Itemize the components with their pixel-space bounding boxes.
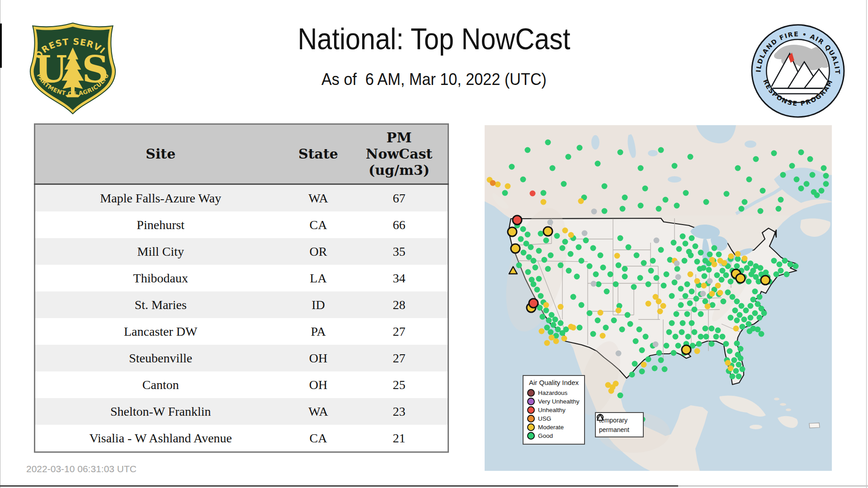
monitor-dot-good	[741, 317, 747, 323]
monitor-dot-good	[727, 348, 733, 354]
aqi-legend-item: Good	[527, 432, 580, 440]
monitor-dot-good	[520, 226, 526, 232]
monitor-dot-good	[574, 274, 580, 280]
monitor-dot-good	[625, 312, 631, 318]
monitor-dot-good	[684, 282, 690, 287]
monitor-dot-other	[707, 278, 713, 284]
monitor-dot-good	[698, 250, 704, 256]
monitor-dot-good	[706, 267, 712, 273]
monitor-dot-good	[561, 181, 567, 187]
monitor-dot-good	[782, 258, 788, 264]
monitor-dot-good	[821, 165, 827, 171]
monitor-dot-good	[543, 238, 549, 244]
window-left-border	[0, 0, 0, 488]
site-cell: Lancaster DW	[35, 318, 286, 345]
nowcast-table: Site State PM NowCast (ug/m3) Maple Fall…	[34, 123, 449, 453]
monitor-dot-good	[673, 334, 679, 340]
aqi-color-swatch-icon	[527, 389, 535, 397]
monitor-dot-good	[583, 238, 589, 244]
pm-cell: 28	[351, 291, 448, 318]
monitor-dot-good	[626, 244, 632, 250]
monitor-dot-moderate	[742, 256, 748, 262]
monitor-dot-good	[638, 165, 644, 171]
monitor-dot-good	[627, 321, 633, 327]
monitor-dot-good	[663, 197, 669, 203]
aqi-color-swatch-icon	[527, 423, 535, 431]
monitor-dot-good	[650, 258, 656, 264]
monitor-dot-good	[544, 325, 550, 331]
aqi-level-label: Unhealthy	[538, 407, 566, 413]
puerto-rico	[809, 423, 820, 428]
window-right-border	[866, 0, 867, 488]
monitor-dot-good	[595, 318, 601, 324]
page-subtitle: As of 6 AM, Mar 10, 2022 (UTC)	[22, 70, 846, 89]
monitor-dot-good	[757, 294, 763, 300]
aqi-legend-item: Hazardous	[527, 389, 580, 397]
wfaqrp-logo: WILDLAND FIRE • AIR QUALITY RESPONSE PRO…	[750, 23, 846, 119]
monitor-dot-good	[661, 283, 667, 289]
monitor-dot-good	[688, 154, 693, 160]
monitor-dot-good	[675, 343, 681, 349]
monitor-dot-good	[545, 266, 551, 272]
lake-small-3	[648, 150, 658, 156]
monitor-dot-good	[672, 163, 678, 169]
monitor-dot-other	[616, 351, 622, 357]
monitor-dot-good	[502, 190, 508, 196]
monitor-dot-good	[611, 318, 617, 324]
monitor-dot-moderate	[733, 326, 739, 332]
monitor-dot-good	[734, 299, 740, 305]
monitor-dot-good	[748, 315, 754, 321]
monitor-dot-good	[678, 302, 684, 308]
pm-cell: 66	[351, 211, 448, 238]
marker-type-legend: temporary permanent	[595, 412, 644, 437]
monitor-dot-moderate	[578, 198, 584, 204]
monitor-dot-good	[752, 289, 758, 295]
monitor-dot-good	[646, 357, 651, 362]
site-cell: Steubenville	[35, 345, 286, 371]
monitor-dot-good	[748, 303, 754, 309]
site-cell: Pinehurst	[35, 211, 286, 238]
monitor-dot-good	[702, 273, 708, 279]
monitor-dot-moderate	[728, 253, 734, 259]
monitor-dot-good	[758, 265, 764, 271]
monitor-dot-good	[632, 361, 638, 367]
monitor-dot-moderate	[646, 301, 651, 307]
state-cell: OH	[286, 371, 351, 398]
monitor-dot-good	[637, 275, 643, 281]
aqi-level-label: Very Unhealthy	[538, 398, 580, 405]
monitor-dot-good	[737, 312, 743, 318]
monitor-dot-good	[619, 327, 625, 333]
pm-cell: 67	[351, 184, 448, 212]
monitor-dot-good	[568, 251, 574, 257]
monitor-dot-good	[549, 312, 555, 318]
pm-cell: 21	[351, 425, 448, 452]
monitor-dot-good	[728, 315, 734, 321]
monitor-dot-good	[595, 161, 601, 167]
monitor-dot-good	[734, 263, 740, 269]
monitor-dot-good	[654, 275, 660, 281]
monitor-dot-good	[672, 280, 678, 286]
monitor-dot-good	[613, 282, 619, 287]
temporary-site-marker	[543, 227, 552, 236]
monitor-dot-good	[696, 341, 702, 347]
monitor-dot-usg	[490, 180, 496, 186]
site-column-header: Site	[35, 124, 286, 184]
monitor-dot-good	[676, 246, 682, 252]
table-row: Shelton-W FranklinWA23	[35, 398, 448, 425]
monitor-dot-good	[777, 262, 783, 267]
monitor-dot-moderate	[709, 291, 715, 297]
pm-cell: 23	[351, 398, 448, 425]
monitor-dot-good	[534, 287, 540, 293]
monitor-dot-good	[715, 328, 721, 333]
monitor-dot-good	[693, 244, 698, 249]
monitor-dot-good	[771, 150, 777, 156]
monitor-dot-good	[734, 341, 740, 347]
monitor-dot-good	[579, 302, 585, 308]
monitor-dot-good	[666, 329, 672, 335]
site-cell: Mill City	[35, 238, 286, 265]
monitor-dot-good	[658, 247, 664, 253]
monitor-dot-good	[551, 322, 557, 328]
page-title: National: Top NowCast	[43, 22, 825, 56]
monitor-dot-good	[759, 331, 764, 337]
monitor-dot-good	[566, 268, 572, 274]
